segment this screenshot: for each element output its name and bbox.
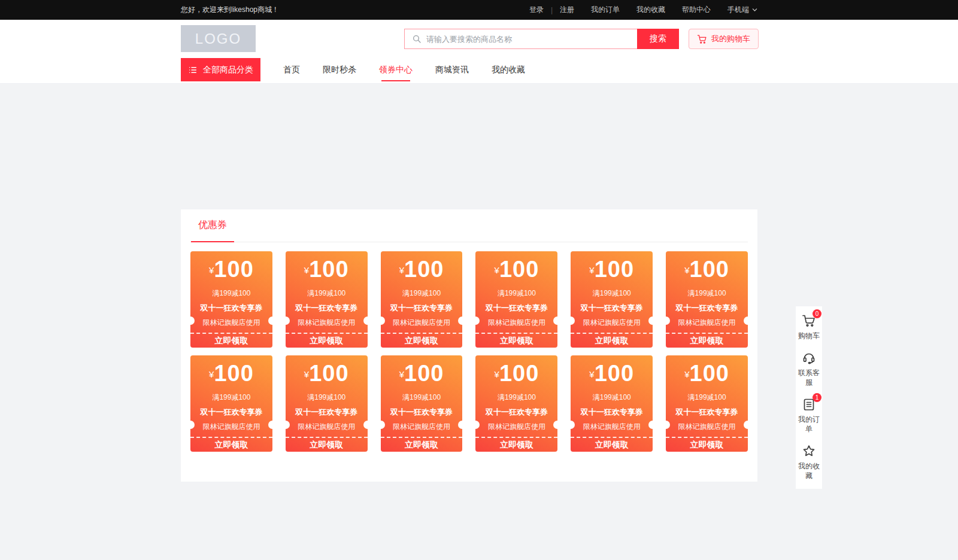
search-input[interactable] [426, 35, 637, 44]
coupon-amount: ¥100 [399, 360, 444, 391]
topbar-divider: | [551, 6, 553, 14]
cart-icon [697, 34, 707, 44]
topbar-link-我的订单[interactable]: 我的订单 [591, 5, 620, 15]
logo[interactable]: LOGO [181, 25, 256, 52]
category-list-icon [188, 65, 198, 75]
coupon-scope: 限林记旗舰店使用 [678, 422, 736, 432]
search-button[interactable]: 搜索 [637, 29, 679, 49]
coupon-notch-left [190, 421, 195, 429]
coupon-card: ¥100 满199减100 双十一狂欢专享券 限林记旗舰店使用 立即领取 [666, 251, 748, 348]
coupon-scope: 限林记旗舰店使用 [202, 422, 260, 432]
search-box: 搜索 [404, 29, 679, 49]
nav-item-商城资讯[interactable]: 商城资讯 [424, 58, 480, 81]
badge: 1 [813, 393, 821, 402]
coupon-amount: ¥100 [495, 360, 539, 391]
topbar-link-登录[interactable]: 登录 [529, 5, 544, 15]
coupon-claim-button[interactable]: 立即领取 [666, 438, 748, 452]
coupon-scope: 限林记旗舰店使用 [583, 318, 641, 328]
coupon-amount: ¥100 [589, 360, 634, 391]
coupon-name: 双十一狂欢专享券 [295, 303, 357, 314]
tabs-bar: 优惠券 [190, 218, 748, 242]
topbar-links: 登录|注册我的订单我的收藏帮助中心手机端 [529, 5, 757, 15]
coupon-card: ¥100 满199减100 双十一狂欢专享券 限林记旗舰店使用 立即领取 [190, 355, 272, 452]
coupon-card: ¥100 满199减100 双十一狂欢专享券 限林记旗舰店使用 立即领取 [381, 251, 463, 348]
coupon-amount: ¥100 [684, 256, 729, 287]
all-categories-label: 全部商品分类 [203, 65, 253, 75]
coupon-scope: 限林记旗舰店使用 [298, 318, 355, 328]
coupon-claim-button[interactable]: 立即领取 [286, 438, 368, 452]
coupon-scope: 限林记旗舰店使用 [678, 318, 736, 328]
coupon-scope: 限林记旗舰店使用 [202, 318, 260, 328]
toolbar-item-label: 购物车 [798, 331, 820, 340]
coupon-name: 双十一狂欢专享券 [486, 303, 548, 314]
coupon-card: ¥100 满199减100 双十一狂欢专享券 限林记旗舰店使用 立即领取 [475, 251, 557, 348]
coupon-amount: ¥100 [209, 360, 254, 391]
all-categories-button[interactable]: 全部商品分类 [181, 58, 260, 81]
topbar-link-手机端[interactable]: 手机端 [727, 5, 757, 15]
coupon-claim-button[interactable]: 立即领取 [571, 334, 653, 348]
coupon-amount: ¥100 [304, 256, 349, 287]
coupon-notch-right [648, 421, 653, 429]
coupon-condition: 满199减100 [402, 288, 441, 299]
coupon-notch-right [458, 421, 462, 429]
coupon-scope: 限林记旗舰店使用 [583, 422, 641, 432]
coupon-claim-button[interactable]: 立即领取 [381, 334, 463, 348]
coupon-scope: 限林记旗舰店使用 [488, 422, 545, 432]
coupon-amount: ¥100 [495, 256, 539, 287]
nav-item-限时秒杀[interactable]: 限时秒杀 [311, 58, 368, 81]
topbar-link-注册[interactable]: 注册 [560, 5, 574, 15]
coupon-notch-left [381, 316, 385, 325]
coupon-notch-right [553, 316, 557, 325]
coupon-card: ¥100 满199减100 双十一狂欢专享券 限林记旗舰店使用 立即领取 [571, 251, 653, 348]
coupon-notch-left [666, 421, 670, 429]
coupon-notch-left [475, 421, 480, 429]
coupon-condition: 满199减100 [212, 392, 250, 403]
topbar-link-我的收藏[interactable]: 我的收藏 [636, 5, 665, 15]
topbar-link-帮助中心[interactable]: 帮助中心 [682, 5, 711, 15]
coupon-notch-left [286, 421, 290, 429]
toolbar-item-我的收藏[interactable]: 我的收藏 [798, 444, 820, 480]
coupon-name: 双十一狂欢专享券 [390, 407, 453, 418]
nav-item-我的收藏[interactable]: 我的收藏 [480, 58, 536, 81]
search-icon [412, 34, 422, 44]
toolbar-item-我的订单[interactable]: 1我的订单 [798, 397, 820, 434]
coupon-card: ¥100 满199减100 双十一狂欢专享券 限林记旗舰店使用 立即领取 [666, 355, 748, 452]
coupon-grid: ¥100 满199减100 双十一狂欢专享券 限林记旗舰店使用 立即领取 ¥10… [190, 251, 748, 452]
nav-item-领券中心[interactable]: 领券中心 [368, 58, 424, 81]
floating-toolbar: 0购物车联系客服1我的订单我的收藏 [796, 306, 822, 489]
coupon-claim-button[interactable]: 立即领取 [571, 438, 653, 452]
coupon-claim-button[interactable]: 立即领取 [475, 438, 557, 452]
tab-coupons[interactable]: 优惠券 [191, 218, 234, 242]
my-cart-label: 我的购物车 [711, 34, 750, 44]
toolbar-item-label: 我的订单 [798, 415, 820, 434]
coupon-claim-button[interactable]: 立即领取 [475, 334, 557, 348]
coupon-claim-button[interactable]: 立即领取 [190, 334, 272, 348]
headset-icon [802, 351, 816, 365]
my-cart-button[interactable]: 我的购物车 [689, 29, 759, 49]
coupon-claim-button[interactable]: 立即领取 [381, 438, 463, 452]
coupon-amount: ¥100 [304, 360, 349, 391]
nav-item-首页[interactable]: 首页 [272, 58, 311, 81]
coupon-center-panel: 优惠券 ¥100 满199减100 双十一狂欢专享券 限林记旗舰店使用 立即领取… [181, 209, 757, 482]
coupon-amount: ¥100 [684, 360, 729, 391]
coupon-condition: 满199减100 [498, 392, 536, 403]
coupon-condition: 满199减100 [688, 288, 726, 299]
toolbar-item-联系客服[interactable]: 联系客服 [798, 351, 820, 387]
coupon-amount: ¥100 [209, 256, 254, 287]
nav-items: 首页限时秒杀领券中心商城资讯我的收藏 [272, 58, 536, 81]
badge: 0 [813, 309, 821, 318]
topbar: 您好，欢迎来到likeshop商城！ 登录|注册我的订单我的收藏帮助中心手机端 [0, 0, 958, 20]
coupon-name: 双十一狂欢专享券 [200, 303, 262, 314]
coupon-notch-right [648, 316, 653, 325]
coupon-name: 双十一狂欢专享券 [581, 407, 643, 418]
cart-icon: 0 [802, 314, 816, 328]
coupon-name: 双十一狂欢专享券 [200, 407, 262, 418]
coupon-name: 双十一狂欢专享券 [486, 407, 548, 418]
coupon-claim-button[interactable]: 立即领取 [666, 334, 748, 348]
toolbar-item-label: 联系客服 [798, 368, 820, 387]
coupon-notch-right [268, 316, 272, 325]
coupon-notch-right [744, 316, 748, 325]
coupon-claim-button[interactable]: 立即领取 [286, 334, 368, 348]
coupon-claim-button[interactable]: 立即领取 [190, 438, 272, 452]
toolbar-item-购物车[interactable]: 0购物车 [798, 314, 820, 340]
